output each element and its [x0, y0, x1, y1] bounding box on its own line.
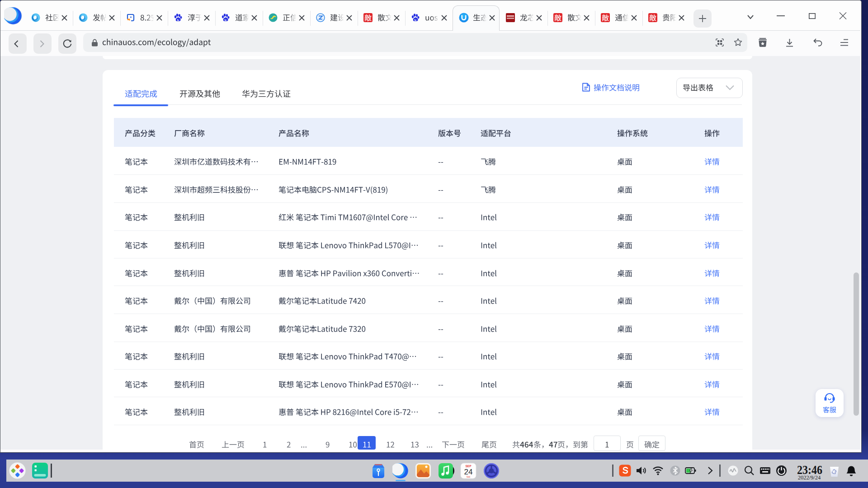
svg-text:Sat: Sat	[467, 475, 471, 478]
svg-text:SEP: SEP	[465, 465, 472, 468]
